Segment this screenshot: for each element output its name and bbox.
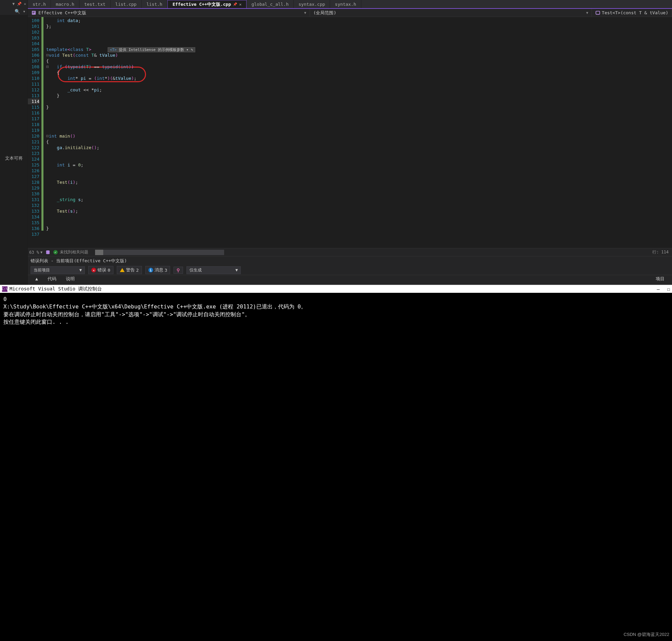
line-gutter: 1001011021031041051061071081091101111121… [28,17,41,248]
svg-rect-1 [32,12,35,12]
tab-global_c_all-h[interactable]: global_c_all.h [247,0,294,8]
issues-status[interactable]: ✓ 未找到相关问题 [53,249,88,255]
tab-list-h[interactable]: list.h [141,0,167,8]
close-icon[interactable]: ✕ [239,2,242,7]
tab-syntax-cpp[interactable]: syntax.cpp [294,0,330,8]
method-dropdown[interactable]: Test<T>(const T & tValue) [592,9,672,17]
tab-syntax-h[interactable]: syntax.h [330,0,361,8]
svg-rect-2 [32,13,34,13]
console-output[interactable]: 0 X:\Study\Book\Effective C++中文版\x64\Deb… [0,293,672,641]
warnings-toggle[interactable]: 警告 2 [117,266,142,274]
code-editor[interactable]: 1001011021031041051061071081091101111121… [28,17,672,248]
console-title: Microsoft Visual Studio 调试控制台 [10,286,102,292]
console-icon: C:\ [2,286,8,292]
tab-str-h[interactable]: str.h [28,0,51,8]
col-desc[interactable]: 说明 [61,276,80,282]
toolwindow-left-body: 文本可将 [0,15,28,285]
maximize-button[interactable]: ☐ [667,286,670,292]
error-list-title: 错误列表 - 当前项目(Effective C++中文版) [28,257,672,265]
scope-filter-dropdown[interactable]: 当前项目▼ [30,266,85,274]
chevron-down-icon: ▼ [304,11,306,15]
member-scope-dropdown[interactable]: (全局范围) ▼ [310,9,592,17]
filter-icon: ⚲ [177,268,180,273]
editor-status-bar: 63 %▼ ✓ 未找到相关问题 行: 114 [28,248,672,256]
tab-test-txt[interactable]: test.txt [80,0,111,8]
error-list-panel: 错误列表 - 当前项目(Effective C++中文版) 当前项目▼ ✕ 错误… [28,256,672,285]
col-code[interactable]: 代码 [43,276,61,282]
error-icon: ✕ [91,268,96,272]
file-icon [31,10,36,15]
errors-toggle[interactable]: ✕ 错误 0 [88,266,113,274]
svg-rect-3 [596,11,600,14]
tabbar: str.hmacro.htest.txtlist.cpplist.hEffect… [28,0,672,9]
console-window-titlebar[interactable]: C:\ Microsoft Visual Studio 调试控制台 — ☐ [0,285,672,293]
tab-macro-h[interactable]: macro.h [51,0,80,8]
messages-toggle[interactable]: i 消息 3 [145,266,170,274]
minimize-button[interactable]: — [657,286,659,292]
col-project[interactable]: 项目 [651,276,669,282]
symbol-nav: Effective C++中文版 ▼ (全局范围) ▼ Test<T>(cons… [28,9,672,17]
method-icon [595,10,600,15]
cursor-position: 行: 114 [652,249,671,255]
info-icon: i [148,268,153,272]
pin-icon[interactable]: 📌 [233,2,237,6]
zoom-dropdown[interactable]: 63 %▼ [29,250,42,255]
scope-dropdown[interactable]: Effective C++中文版 ▼ [28,9,310,17]
error-list-columns: ▲ 代码 说明 项目 [28,275,672,282]
svg-point-7 [47,252,50,254]
toolwindow-header-buttons[interactable]: ▼ 📌 ✕ [0,0,28,8]
code-content[interactable]: int data;};template<class T> <T> 提供 Inte… [43,17,672,248]
brain-icon[interactable] [45,250,51,255]
tab-list-cpp[interactable]: list.cpp [111,0,142,8]
check-icon: ✓ [53,250,58,255]
warning-icon [120,268,125,272]
search-icon[interactable]: 🔍 ▾ [0,8,28,15]
build-filter-dropdown[interactable]: 仅生成▼ [187,266,241,274]
filter-button[interactable]: ⚲ [174,267,183,274]
toolwindow-left: ▼ 📌 ✕ 🔍 ▾ 文本可将 [0,0,28,285]
horizontal-scrollbar[interactable] [95,250,224,255]
watermark: CSDN @碧海蓝天2022 [623,631,669,638]
tab-effective-c-cpp[interactable]: Effective C++中文版.cpp📌✕ [167,0,247,8]
chevron-down-icon: ▼ [586,11,588,15]
